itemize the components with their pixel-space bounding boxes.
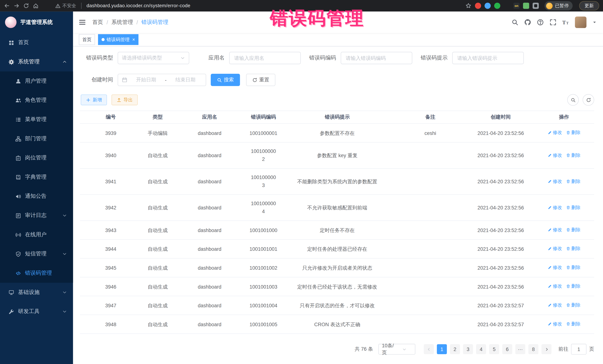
- add-button[interactable]: 新增: [81, 95, 107, 105]
- bookmark-star-icon[interactable]: [465, 3, 471, 9]
- delete-link[interactable]: 删除: [566, 226, 580, 234]
- error-code-input[interactable]: [341, 52, 412, 64]
- sidebar-item-dept[interactable]: 部门管理: [0, 129, 73, 148]
- edit-link[interactable]: 修改: [547, 301, 562, 310]
- delete-link[interactable]: 删除: [566, 301, 580, 310]
- edit-link[interactable]: 修改: [547, 151, 562, 160]
- sidebar-item-tool[interactable]: 研发工具: [0, 302, 73, 321]
- fullscreen-icon[interactable]: [550, 19, 557, 26]
- sidebar-item-user[interactable]: 用户管理: [0, 72, 73, 91]
- pager-page-2[interactable]: 2: [450, 344, 460, 354]
- delete-link[interactable]: 删除: [566, 282, 580, 291]
- show-search-button[interactable]: [567, 94, 579, 106]
- extension-icon-red[interactable]: [475, 3, 481, 9]
- pager-page-6[interactable]: 6: [502, 344, 512, 354]
- breadcrumb-item-system[interactable]: 系统管理: [112, 19, 133, 26]
- cell-remark: [393, 221, 468, 240]
- goto-page-input[interactable]: [571, 344, 587, 354]
- sidebar-menu: 首页系统管理用户管理角色管理菜单管理部门管理岗位管理字典管理通知公告审计日志在线…: [0, 33, 73, 321]
- sidebar-item-system[interactable]: 系统管理: [0, 52, 73, 72]
- browser-profile-chip[interactable]: 已暂停: [545, 1, 573, 10]
- create-time-range-picker[interactable]: 开始日期 - 结束日期: [118, 74, 206, 86]
- logo-avatar: [5, 16, 16, 28]
- extension-icon-on[interactable]: on: [513, 3, 520, 9]
- sidebar-item-menu[interactable]: 菜单管理: [0, 110, 73, 129]
- help-icon[interactable]: [537, 19, 544, 26]
- sidebar-item-post[interactable]: 岗位管理: [0, 148, 73, 167]
- back-icon[interactable]: [4, 3, 10, 9]
- edit-link[interactable]: 修改: [547, 244, 562, 253]
- pager-page-8[interactable]: 8: [528, 344, 538, 354]
- cell-actions: 修改删除: [534, 296, 594, 315]
- next-page-button[interactable]: [541, 344, 551, 354]
- export-button[interactable]: 导出: [112, 95, 138, 105]
- filter-label-code: 错误码编码: [308, 55, 336, 61]
- reload-icon[interactable]: [23, 3, 29, 9]
- edit-link[interactable]: 修改: [547, 226, 562, 234]
- breadcrumb-item-home[interactable]: 首页: [92, 19, 103, 26]
- user-avatar[interactable]: [575, 16, 587, 28]
- sidebar-item-home[interactable]: 首页: [0, 33, 73, 52]
- edit-link[interactable]: 修改: [547, 282, 562, 291]
- extension-icon-grid[interactable]: [504, 3, 510, 9]
- delete-link[interactable]: 删除: [566, 177, 580, 186]
- home-icon[interactable]: [33, 3, 39, 9]
- edit-link[interactable]: 修改: [547, 263, 562, 272]
- edit-icon: [547, 284, 552, 288]
- error-msg-input[interactable]: [452, 52, 524, 64]
- pager-page-4[interactable]: 4: [476, 344, 486, 354]
- security-indicator[interactable]: 不安全: [55, 2, 76, 9]
- caret-down-icon[interactable]: [592, 20, 597, 25]
- delete-link[interactable]: 删除: [566, 263, 580, 272]
- refresh-table-button[interactable]: [583, 94, 594, 106]
- sidebar-item-notice[interactable]: 通知公告: [0, 187, 73, 206]
- menu-fold-icon[interactable]: [79, 18, 86, 26]
- pager-page-5[interactable]: 5: [489, 344, 499, 354]
- prev-page-button[interactable]: [424, 344, 434, 354]
- search-button[interactable]: 搜索: [211, 74, 240, 86]
- cell-actions: 修改删除: [534, 123, 594, 142]
- error-type-select[interactable]: 请选择错误码类型: [118, 52, 189, 64]
- app-name-input[interactable]: [229, 52, 301, 64]
- extension-icon-green[interactable]: [494, 3, 500, 9]
- font-size-icon[interactable]: TT: [562, 19, 569, 26]
- sidebar-item-sms[interactable]: 短信管理: [0, 244, 73, 264]
- pager-page-3[interactable]: 3: [463, 344, 473, 354]
- sidebar-item-error-code[interactable]: 错误码管理: [0, 264, 73, 283]
- sidebar-item-dict[interactable]: 字典管理: [0, 167, 73, 187]
- extension-icon-leaf[interactable]: [523, 3, 529, 9]
- close-icon[interactable]: ×: [132, 37, 135, 42]
- chevron-down-icon: [62, 252, 67, 256]
- delete-link[interactable]: 删除: [566, 320, 580, 328]
- extension-icon-blue[interactable]: [485, 3, 491, 9]
- sidebar-item-role[interactable]: 角色管理: [0, 91, 73, 110]
- pager-page-1[interactable]: 1: [437, 344, 447, 354]
- github-icon[interactable]: [524, 19, 531, 26]
- cell-app: dashboard: [174, 123, 245, 142]
- edit-link[interactable]: 修改: [547, 203, 562, 212]
- edit-link[interactable]: 修改: [547, 177, 562, 186]
- reset-button[interactable]: 重置: [246, 74, 276, 86]
- delete-link[interactable]: 删除: [566, 128, 580, 137]
- delete-icon: [566, 322, 570, 326]
- browser-update-button[interactable]: 更新: [579, 1, 599, 10]
- delete-link[interactable]: 删除: [566, 151, 580, 160]
- sidebar-item-online-user[interactable]: 在线用户: [0, 225, 73, 244]
- page-size-select[interactable]: 10条/页: [379, 344, 416, 354]
- sidebar-item-audit-log[interactable]: 审计日志: [0, 206, 73, 225]
- sidebar-logo[interactable]: 芋道管理系统: [0, 11, 73, 33]
- forward-icon[interactable]: [13, 3, 20, 9]
- edit-link[interactable]: 修改: [547, 128, 562, 137]
- sidebar-item-infra[interactable]: 基础设施: [0, 283, 73, 302]
- extension-icon-puzzle[interactable]: [533, 3, 539, 9]
- sidebar-item-label: 错误码管理: [25, 270, 52, 276]
- tag-home[interactable]: 首页: [79, 34, 95, 45]
- search-icon[interactable]: [511, 19, 518, 26]
- pager-more-button[interactable]: ···: [515, 344, 525, 354]
- delete-link[interactable]: 删除: [566, 244, 580, 253]
- address-url[interactable]: dashboard.yudao.iocoder.cn/system/error-…: [86, 3, 190, 9]
- cell-remark: [393, 240, 468, 258]
- tag-error-code[interactable]: 错误码管理 ×: [98, 34, 139, 45]
- edit-link[interactable]: 修改: [547, 320, 562, 328]
- delete-link[interactable]: 删除: [566, 203, 580, 212]
